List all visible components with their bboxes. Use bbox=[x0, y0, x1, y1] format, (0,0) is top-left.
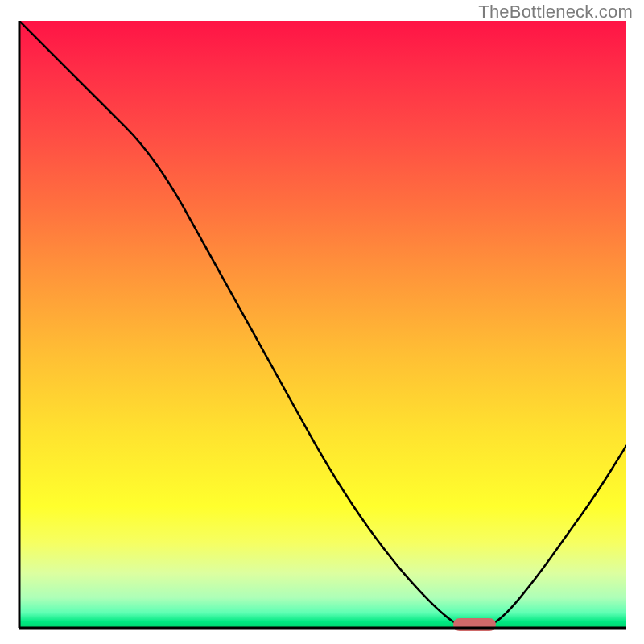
chart-gradient-background bbox=[19, 21, 626, 628]
watermark-text: TheBottleneck.com bbox=[478, 2, 633, 23]
chart-container: TheBottleneck.com bbox=[0, 0, 644, 644]
